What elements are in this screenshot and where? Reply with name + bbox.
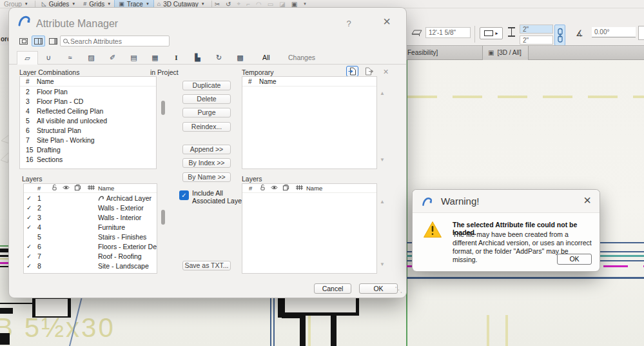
scroll-down-icon[interactable]: ▼ xyxy=(380,157,385,163)
layer-combinations-list[interactable]: # Name 2Floor Plan 3Floor Plan - CD 4Ref… xyxy=(19,76,157,169)
layer-row[interactable]: ✓6Floors - Exterior Decks xyxy=(24,241,157,251)
layer-row[interactable]: ✓2Walls - Exterior xyxy=(24,203,157,212)
tab-feasibility[interactable]: Feasibility] xyxy=(407,49,438,56)
trim-scissors-icon[interactable]: ✂ xyxy=(215,1,220,8)
tab-zone-categories[interactable]: ▙ xyxy=(187,51,208,65)
list-item[interactable]: 15Drafting xyxy=(20,145,156,154)
tab-changes[interactable]: Changes xyxy=(283,51,320,65)
layers-tab-icon: ▱ xyxy=(24,54,30,62)
angle-input[interactable] xyxy=(592,27,636,37)
duplicate-button[interactable]: Duplicate xyxy=(182,81,231,90)
chevron-down-icon: ▼ xyxy=(24,2,28,6)
reindex-button[interactable]: Reindex... xyxy=(182,122,231,132)
tab-composites[interactable]: ▤ xyxy=(123,51,144,65)
figure-icon[interactable]: ▭ xyxy=(268,1,273,8)
adjust-icon[interactable]: ↺ xyxy=(226,1,231,8)
scroll-down-icon[interactable]: ▼ xyxy=(380,261,385,267)
temporary-view-icon xyxy=(49,38,57,45)
cancel-button[interactable]: Cancel xyxy=(314,283,351,294)
view-mode-temporary-button[interactable] xyxy=(46,36,60,46)
close-icon[interactable]: × xyxy=(580,193,594,208)
fill-icon[interactable]: ◪ xyxy=(279,1,285,8)
line-types-tab-icon: ≈ xyxy=(68,54,72,61)
target-icon[interactable]: ⌖ xyxy=(237,0,241,8)
search-box xyxy=(60,36,170,46)
layers-project-table[interactable]: # Name ✓1 Archicad Layer ✓2Walls - Exter… xyxy=(23,183,157,274)
layer-row[interactable]: 5Stairs - Finishes xyxy=(24,232,157,241)
list-item[interactable]: 7Site Plan - Working xyxy=(20,135,156,145)
trace-menu[interactable]: ▣ Trace ▼ xyxy=(115,0,153,8)
guides-label: Guides xyxy=(49,1,70,8)
by-index-button[interactable]: By Index >> xyxy=(182,158,231,168)
tab-pens[interactable]: ∪ xyxy=(38,51,59,65)
wall-height-input[interactable] xyxy=(520,36,553,45)
save-attribute-file-button[interactable] xyxy=(363,66,375,77)
cutaway-menu[interactable]: ⌂ 3D Cutaway ▼ xyxy=(153,0,209,8)
help-button[interactable]: ? xyxy=(344,19,354,28)
arc-icon[interactable]: ◠ xyxy=(256,1,262,8)
list-item[interactable]: 5All visible and unlocked xyxy=(20,116,156,125)
include-associated-layers-checkbox[interactable]: ✓ xyxy=(179,190,189,200)
tab-line-types[interactable]: ≈ xyxy=(59,51,81,65)
scrollbar-thumb[interactable] xyxy=(161,101,165,115)
fillet-icon[interactable]: ⌐ xyxy=(246,1,250,8)
layers-temporary-table[interactable]: # Name xyxy=(242,183,377,274)
ok-button[interactable]: OK xyxy=(359,283,398,294)
tab-surfaces[interactable]: ✐ xyxy=(102,51,123,65)
warning-title-bar: Warning! × xyxy=(413,190,600,213)
purge-button[interactable]: Purge xyxy=(182,108,231,117)
tab-operation-profiles[interactable]: ↻ xyxy=(208,51,229,65)
layer-row[interactable]: ✓8Site - Landscape xyxy=(24,261,157,270)
elevation-input[interactable] xyxy=(425,27,471,38)
grids-menu[interactable]: # Grids ▼ xyxy=(79,0,115,8)
by-name-button[interactable]: By Name >> xyxy=(182,172,231,182)
library-icon[interactable]: ▣ xyxy=(291,1,297,8)
view-mode-split-button[interactable] xyxy=(32,36,45,46)
grids-label: Grids xyxy=(89,1,104,8)
search-input[interactable] xyxy=(70,37,166,45)
resize-grip[interactable]: ⋱ xyxy=(395,285,402,294)
check-icon: ✓ xyxy=(24,224,34,230)
scroll-up-icon[interactable]: ▲ xyxy=(380,199,385,205)
open-attribute-file-button[interactable] xyxy=(346,66,358,77)
tab-all[interactable]: All xyxy=(257,51,275,65)
tab-3d-all[interactable]: ▣ [3D / All] xyxy=(482,46,529,60)
layer-copies-icon xyxy=(280,184,292,192)
tab-building-materials[interactable]: ▦ xyxy=(144,51,166,65)
check-icon: ✓ xyxy=(24,263,34,269)
append-button[interactable]: Append >> xyxy=(182,145,231,154)
scrollbar-thumb[interactable] xyxy=(161,210,165,225)
group-menu[interactable]: Group ▼ xyxy=(0,0,32,8)
temporary-list[interactable]: # Name xyxy=(242,76,377,169)
tab-profiles[interactable]: I xyxy=(166,51,187,65)
wall-width-input[interactable] xyxy=(520,25,553,34)
close-button[interactable]: × xyxy=(380,14,393,29)
wall-geometry-button[interactable]: ▸ xyxy=(480,27,503,39)
plan-wall-band xyxy=(0,308,13,314)
list-item[interactable]: 2Floor Plan xyxy=(20,86,156,96)
tab-fills[interactable]: ▨ xyxy=(81,51,102,65)
view-mode-project-button[interactable] xyxy=(17,36,30,46)
guides-menu[interactable]: ◺ Guides ▼ xyxy=(38,0,80,8)
layer-row[interactable]: ✓7Roof - Roofing xyxy=(24,251,157,261)
delete-button[interactable]: Delete xyxy=(182,94,231,104)
check-icon: ✓ xyxy=(24,253,34,260)
layer-row[interactable]: ✓4Furniture xyxy=(24,222,157,232)
tab-mep-systems[interactable]: ▩ xyxy=(229,51,251,65)
project-view-icon xyxy=(19,38,28,45)
list-item[interactable]: 6Structural Plan xyxy=(20,125,156,135)
clear-temporary-button[interactable]: × xyxy=(380,66,392,77)
layer-row[interactable]: ✓1 Archicad Layer xyxy=(24,193,157,203)
list-item[interactable]: 16Sections xyxy=(20,154,156,164)
trace-icon: ▣ xyxy=(119,1,124,7)
layer-row[interactable]: ✓3Walls - Interior xyxy=(24,212,157,222)
tab-layers[interactable]: ▱ xyxy=(17,51,38,65)
save-as-txt-button[interactable]: Save as TXT... xyxy=(182,261,231,270)
chevron-down-icon[interactable]: ▼ xyxy=(303,2,307,6)
eye-icon xyxy=(268,184,280,192)
scroll-up-icon[interactable]: ▲ xyxy=(380,90,385,96)
link-dimensions-toggle[interactable] xyxy=(554,25,565,46)
list-item[interactable]: 4Reflected Ceiling Plan xyxy=(20,106,156,116)
list-item[interactable]: 3Floor Plan - CD xyxy=(20,96,156,106)
warning-ok-button[interactable]: OK xyxy=(557,254,592,265)
